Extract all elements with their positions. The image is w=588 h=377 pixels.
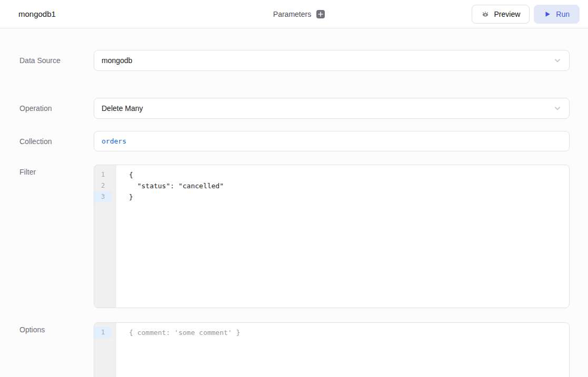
collection-input[interactable]: orders <box>94 131 570 151</box>
data-source-select[interactable]: mongodb <box>94 50 570 71</box>
collection-label: Collection <box>0 131 94 147</box>
parameters-label: Parameters <box>273 10 311 18</box>
filter-code-area[interactable]: { "status": "cancelled" } <box>116 165 569 308</box>
line-number: 1 <box>94 169 112 180</box>
row-data-source: Data Source mongodb <box>0 50 570 71</box>
line-number: 2 <box>94 180 112 191</box>
row-filter: Filter 1 2 3 { "status": "cancelled" } <box>0 165 570 308</box>
query-title: mongodb1 <box>18 9 56 18</box>
code-line: } <box>129 191 564 202</box>
row-operation: Operation Delete Many <box>0 98 570 119</box>
options-code-editor[interactable]: 1 { comment: 'some comment' } <box>94 322 570 377</box>
topbar: mongodb1 Parameters Preview <box>0 0 588 28</box>
line-number-active: 1 <box>94 327 112 338</box>
operation-label: Operation <box>0 98 94 114</box>
operation-select[interactable]: Delete Many <box>94 98 570 119</box>
line-number-active: 3 <box>94 191 112 202</box>
run-button[interactable]: Run <box>534 5 580 24</box>
query-editor-page: mongodb1 Parameters Preview <box>0 0 588 377</box>
filter-code-editor[interactable]: 1 2 3 { "status": "cancelled" } <box>94 165 570 308</box>
run-button-label: Run <box>556 10 570 18</box>
chevron-down-icon <box>553 56 562 65</box>
eye-icon <box>481 10 490 18</box>
filter-editor-gutter: 1 2 3 <box>94 165 116 308</box>
options-editor-gutter: 1 <box>94 323 116 377</box>
data-source-label: Data Source <box>0 50 94 66</box>
topbar-actions: Preview Run <box>325 5 580 24</box>
options-placeholder: { comment: 'some comment' } <box>129 327 564 338</box>
operation-value: Delete Many <box>102 104 553 113</box>
row-options: Options 1 { comment: 'some comment' } <box>0 322 570 377</box>
collection-value: orders <box>102 137 126 145</box>
preview-button[interactable]: Preview <box>472 5 530 24</box>
options-label: Options <box>0 322 94 335</box>
preview-button-label: Preview <box>494 10 521 18</box>
chevron-down-icon <box>553 104 562 113</box>
play-icon <box>544 11 551 18</box>
row-collection: Collection orders <box>0 131 570 151</box>
plus-icon <box>318 12 323 17</box>
code-line: { <box>129 169 564 180</box>
data-source-value: mongodb <box>102 56 553 65</box>
code-line: "status": "cancelled" <box>129 180 564 191</box>
topbar-left: mongodb1 <box>18 9 273 18</box>
parameters-section: Parameters <box>273 10 325 18</box>
filter-label: Filter <box>0 165 94 177</box>
add-parameter-button[interactable] <box>316 10 325 18</box>
options-code-area[interactable]: { comment: 'some comment' } <box>116 323 569 377</box>
query-form: Data Source mongodb Operation Delete Man… <box>0 28 588 377</box>
